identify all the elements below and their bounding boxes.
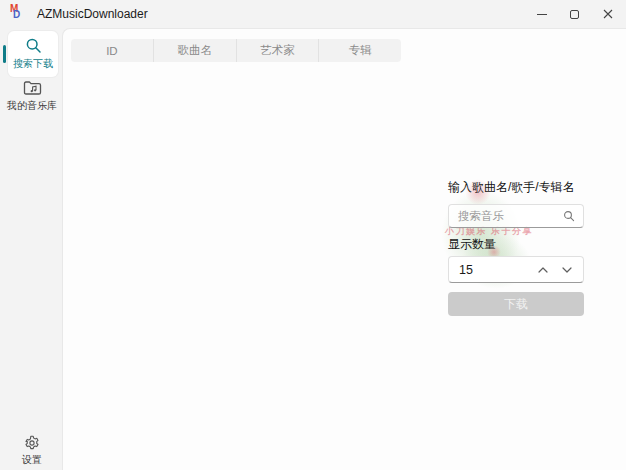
search-input-label: 输入歌曲名/歌手/专辑名 <box>448 179 575 196</box>
sidebar-item-label: 设置 <box>22 453 42 467</box>
search-icon <box>25 37 42 54</box>
chevron-up-icon <box>538 267 548 273</box>
music-library-icon <box>23 80 42 96</box>
close-icon <box>603 9 613 19</box>
column-header-song-name: 歌曲名 <box>153 39 236 62</box>
minimize-icon <box>537 14 547 15</box>
sidebar-item-label: 搜索下载 <box>13 57 53 71</box>
download-button[interactable]: 下载 <box>448 292 584 316</box>
sidebar-item-label: 我的音乐库 <box>7 99 57 113</box>
active-item-indicator <box>3 45 6 63</box>
titlebar: M D AZMusicDownloader <box>0 0 626 28</box>
close-button[interactable] <box>591 0 624 28</box>
column-header-id: ID <box>71 39 153 62</box>
maximize-icon <box>570 10 579 19</box>
sidebar: 搜索下载 我的音乐库 设置 <box>0 28 62 470</box>
increment-button[interactable] <box>531 257 555 282</box>
results-table-header: ID 歌曲名 艺术家 专辑 <box>71 39 401 62</box>
chevron-down-icon <box>562 267 572 273</box>
sidebar-item-settings[interactable]: 设置 <box>4 435 60 467</box>
minimize-button[interactable] <box>525 0 558 28</box>
sidebar-item-search-download[interactable]: 搜索下载 <box>8 31 58 77</box>
window-title: AZMusicDownloader <box>37 0 148 28</box>
search-music-input[interactable] <box>449 210 563 222</box>
main-content: ID 歌曲名 艺术家 专辑 小刀娱乐 乐于分享 输入歌曲名/歌手/专辑名 显示数… <box>62 28 626 470</box>
gear-icon <box>24 435 40 451</box>
app-logo-icon: M D <box>9 5 25 21</box>
caption-buttons <box>525 0 624 28</box>
search-icon[interactable] <box>563 210 575 222</box>
quantity-input[interactable] <box>449 263 509 277</box>
sidebar-item-my-music-library[interactable]: 我的音乐库 <box>4 74 60 118</box>
decrement-button[interactable] <box>555 257 579 282</box>
search-box <box>448 204 584 228</box>
quantity-stepper <box>448 256 584 283</box>
display-quantity-label: 显示数量 <box>448 236 496 253</box>
maximize-button[interactable] <box>558 0 591 28</box>
column-header-album: 专辑 <box>318 39 401 62</box>
column-header-artist: 艺术家 <box>236 39 319 62</box>
